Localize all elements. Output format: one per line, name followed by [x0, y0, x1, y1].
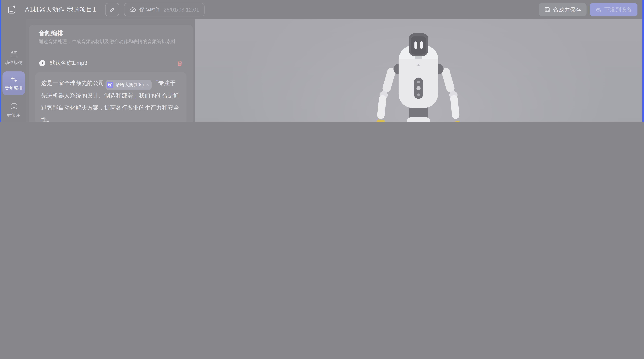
- top-bar: A1机器人动作-我的项目1 保存时间 26/01/03 12:01 合成并保存: [1, 0, 642, 19]
- sidebar-item-label: 音频编排: [5, 85, 23, 91]
- play-audio-icon[interactable]: [38, 59, 46, 67]
- editor-rich-text: 这是一家全球领先的公司哈哈大笑(10s)×「专注于先进机器人系统的设计、制造和部…: [41, 77, 181, 122]
- expression-quote-mark: 「: [152, 79, 158, 86]
- robot-model: [195, 19, 642, 122]
- face-icon: [10, 102, 18, 110]
- sidebar-item-2[interactable]: 音频编排: [2, 71, 25, 95]
- 3d-viewport[interactable]: Z Y X: [195, 19, 642, 122]
- floppy-icon: [544, 6, 550, 13]
- save-status: 保存时间 26/01/03 12:01: [124, 3, 204, 16]
- app-window: A1机器人动作-我的项目1 保存时间 26/01/03 12:01 合成并保存: [0, 0, 644, 122]
- script-editor[interactable]: 这是一家全球领先的公司哈哈大笑(10s)×「专注于先进机器人系统的设计、制造和部…: [35, 72, 186, 122]
- left-sidebar: 动作模仿音频编排表情库动作库音频库我的任务: [1, 19, 26, 122]
- app-logo-icon: [7, 5, 17, 14]
- tag-label: 哈哈大笑(10s): [116, 79, 144, 91]
- expression-tag[interactable]: 哈哈大笑(10s)×: [106, 80, 151, 90]
- editor-text-run: 这是一家全球领先的公司: [41, 79, 104, 86]
- delete-audio-icon[interactable]: [176, 60, 183, 66]
- cloud-check-icon: [130, 6, 136, 13]
- expression-tag-icon: [107, 81, 113, 88]
- clapper-icon: [10, 50, 18, 58]
- robot-download-icon: [595, 6, 602, 13]
- sidebar-item-label: 表情库: [7, 112, 20, 118]
- tag-remove-icon[interactable]: ×: [146, 79, 149, 91]
- rename-button[interactable]: [105, 3, 119, 16]
- editor-paragraph: 这是一家全球领先的公司哈哈大笑(10s)×「专注于先进机器人系统的设计、制造和部…: [41, 77, 181, 122]
- panel-title: 音频编排: [38, 29, 63, 37]
- expression-quote-mark: 」: [133, 92, 139, 99]
- focus-border-right: [642, 0, 644, 122]
- sidebar-item-label: 动作模仿: [5, 60, 23, 66]
- focus-border-left: [0, 0, 1, 122]
- sidebar-item-1[interactable]: 动作模仿: [2, 50, 25, 66]
- sidebar-item-3[interactable]: 表情库: [2, 102, 25, 118]
- synthesize-save-button[interactable]: 合成并保存: [539, 3, 586, 16]
- save-time-value: 26/01/03 12:01: [164, 6, 199, 13]
- sparkle-icon: [10, 75, 18, 84]
- project-title: A1机器人动作-我的项目1: [25, 6, 96, 13]
- audio-arrange-panel: 音频编排 通过音频处理，生成音频素材以及融合动作和表情的音频编排素材 默认名称1…: [29, 25, 193, 122]
- save-time-label: 保存时间: [139, 6, 160, 13]
- audio-file-name: 默认名称1.mp3: [50, 59, 87, 67]
- panel-subtitle: 通过音频处理，生成音频素材以及融合动作和表情的音频编排素材: [38, 38, 186, 45]
- audio-file-row: 默认名称1.mp3: [38, 58, 183, 68]
- deploy-to-device-button[interactable]: 下发到设备: [590, 3, 638, 16]
- pencil-icon: [109, 7, 115, 12]
